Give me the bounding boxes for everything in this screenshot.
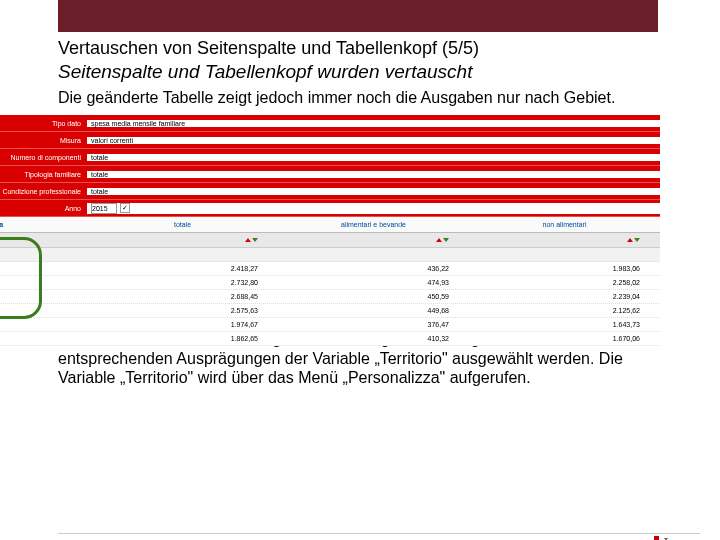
table-row: Nord-est2.688,45450,592.239,04 <box>0 290 660 304</box>
sort-desc-icon[interactable] <box>252 238 258 242</box>
cell: 450,59 <box>278 290 469 303</box>
sort-desc-icon[interactable] <box>634 238 640 242</box>
cell: 2.688,45 <box>87 290 278 303</box>
cell: 410,32 <box>278 332 469 345</box>
sort-asc-icon[interactable] <box>436 238 442 242</box>
filter-label: Misura <box>0 137 87 144</box>
filter-row: Numero di componentitotale <box>0 149 660 166</box>
filter-panel: Tipo datospesa media mensile familiare M… <box>0 115 660 217</box>
col-group-label: Gruppo di spesa <box>0 217 87 232</box>
filter-value[interactable]: spesa media mensile familiare <box>87 120 660 127</box>
filter-label: Tipologia familiare <box>0 171 87 178</box>
table-row: Centro2.575,63449,682.125,62 <box>0 304 660 318</box>
filter-value[interactable]: totale <box>87 188 660 195</box>
cell: 1.862,65 <box>87 332 278 345</box>
cell: 1.974,67 <box>87 318 278 331</box>
cell: 1.643,73 <box>469 318 660 331</box>
cell: 474,93 <box>278 276 469 289</box>
page-title: Vertauschen von Seitenspalte und Tabelle… <box>58 38 662 59</box>
filter-value[interactable]: totale <box>87 154 660 161</box>
filter-value[interactable]: totale <box>87 171 660 178</box>
cell: 376,47 <box>278 318 469 331</box>
filter-row: Tipo datospesa media mensile familiare <box>0 115 660 132</box>
table-row: Italia2.418,27436,221.983,06 <box>0 262 660 276</box>
screenshot-region: Tipo datospesa media mensile familiare M… <box>0 115 660 315</box>
col-header[interactable]: alimentari e bevande <box>278 217 469 232</box>
filter-label: Condizione professionale <box>0 188 87 195</box>
filter-row: Misuravalori correnti <box>0 132 660 149</box>
row-label[interactable]: Sud <box>0 318 87 331</box>
year-input[interactable] <box>91 203 117 214</box>
cell: 2.732,80 <box>87 276 278 289</box>
cell: 2.258,02 <box>469 276 660 289</box>
cell: 1.670,06 <box>469 332 660 345</box>
filter-label: Tipo dato <box>0 120 87 127</box>
cell: 436,22 <box>278 262 469 275</box>
filter-row: Anno✓ <box>0 200 660 217</box>
filter-value[interactable]: valori correnti <box>87 137 660 144</box>
filter-label: Anno <box>0 205 87 212</box>
sort-asc-icon[interactable] <box>627 238 633 242</box>
title-bar <box>58 0 658 32</box>
paragraph-top: Die geänderte Tabelle zeigt jedoch immer… <box>58 89 662 107</box>
cell: 2.575,63 <box>87 304 278 317</box>
cell: 1.983,06 <box>469 262 660 275</box>
cell: 449,68 <box>278 304 469 317</box>
table-row: Isole1.862,65410,321.670,06 <box>0 332 660 346</box>
col-header[interactable]: totale <box>87 217 278 232</box>
sort-row <box>0 233 660 248</box>
page-subtitle: Seitenspalte und Tabellenkopf wurden ver… <box>58 61 662 83</box>
col-group-header: Gruppo di spesa totale alimentari e beva… <box>0 217 660 233</box>
cell: 2.418,27 <box>87 262 278 275</box>
table-row: Nord-ovest2.732,80474,932.258,02 <box>0 276 660 290</box>
filter-label: Numero di componenti <box>0 154 87 161</box>
sort-asc-icon[interactable] <box>245 238 251 242</box>
col-header[interactable]: non alimentari <box>469 217 660 232</box>
cell: 2.239,04 <box>469 290 660 303</box>
highlight-circle <box>0 237 42 319</box>
footer-rule: Istat <box>58 533 700 534</box>
cell: 2.125,62 <box>469 304 660 317</box>
logo-text: Istat <box>663 535 694 540</box>
row-label[interactable]: Isole <box>0 332 87 345</box>
filter-value[interactable]: ✓ <box>87 203 660 214</box>
istat-logo: Istat <box>642 535 694 540</box>
side-header-row: Territorio <box>0 248 660 262</box>
year-checkbox[interactable]: ✓ <box>120 203 130 213</box>
logo-bars-icon <box>642 536 659 540</box>
table-row: Sud1.974,67376,471.643,73 <box>0 318 660 332</box>
sort-desc-icon[interactable] <box>443 238 449 242</box>
filter-row: Tipologia familiaretotale <box>0 166 660 183</box>
filter-row: Condizione professionaletotale <box>0 183 660 200</box>
